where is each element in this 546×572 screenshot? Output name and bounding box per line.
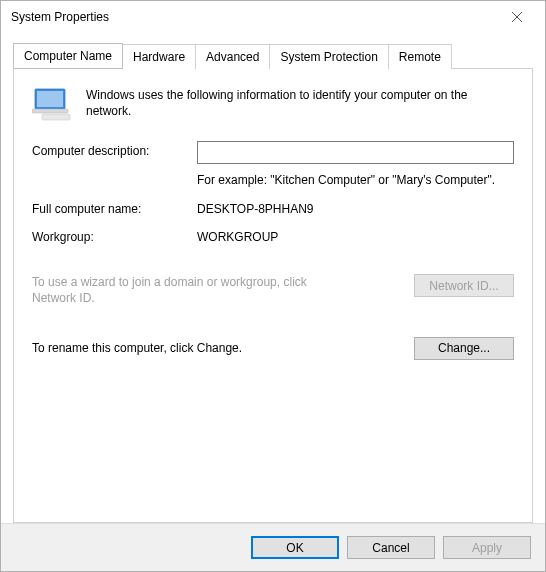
fullname-label: Full computer name: (32, 202, 197, 216)
svg-rect-3 (37, 91, 63, 107)
computer-icon (32, 87, 72, 121)
apply-button: Apply (443, 536, 531, 559)
wizard-text: To use a wizard to join a domain or work… (32, 274, 322, 306)
description-example: For example: "Kitchen Computer" or "Mary… (197, 172, 514, 188)
close-button[interactable] (497, 3, 537, 31)
workgroup-row: Workgroup: WORKGROUP (32, 230, 514, 244)
fullname-value: DESKTOP-8PHHAN9 (197, 202, 313, 216)
change-button[interactable]: Change... (414, 337, 514, 360)
window-title: System Properties (11, 10, 109, 24)
svg-rect-5 (42, 114, 70, 120)
titlebar: System Properties (1, 1, 545, 33)
wizard-row: To use a wizard to join a domain or work… (32, 274, 514, 306)
description-field-wrap: For example: "Kitchen Computer" or "Mary… (197, 141, 514, 188)
tab-remote[interactable]: Remote (389, 44, 452, 69)
tab-advanced[interactable]: Advanced (196, 44, 270, 69)
workgroup-label: Workgroup: (32, 230, 197, 244)
network-id-button: Network ID... (414, 274, 514, 297)
description-label: Computer description: (32, 141, 197, 158)
button-bar: OK Cancel Apply (1, 523, 545, 571)
close-icon (512, 12, 522, 22)
rename-row: To rename this computer, click Change. C… (32, 337, 514, 360)
content-area: Computer Name Hardware Advanced System P… (1, 33, 545, 523)
tab-panel-computer-name: Windows uses the following information t… (13, 68, 533, 523)
fullname-row: Full computer name: DESKTOP-8PHHAN9 (32, 202, 514, 216)
tab-system-protection[interactable]: System Protection (270, 44, 388, 69)
cancel-button[interactable]: Cancel (347, 536, 435, 559)
workgroup-value: WORKGROUP (197, 230, 278, 244)
intro-text: Windows uses the following information t… (86, 87, 514, 119)
description-row: Computer description: For example: "Kitc… (32, 141, 514, 188)
svg-rect-4 (32, 109, 68, 113)
intro-row: Windows uses the following information t… (32, 87, 514, 121)
tab-hardware[interactable]: Hardware (123, 44, 196, 69)
tab-strip: Computer Name Hardware Advanced System P… (13, 43, 533, 68)
tab-computer-name[interactable]: Computer Name (13, 43, 123, 69)
system-properties-window: System Properties Computer Name Hardware… (0, 0, 546, 572)
ok-button[interactable]: OK (251, 536, 339, 559)
description-input[interactable] (197, 141, 514, 164)
rename-text: To rename this computer, click Change. (32, 341, 242, 355)
